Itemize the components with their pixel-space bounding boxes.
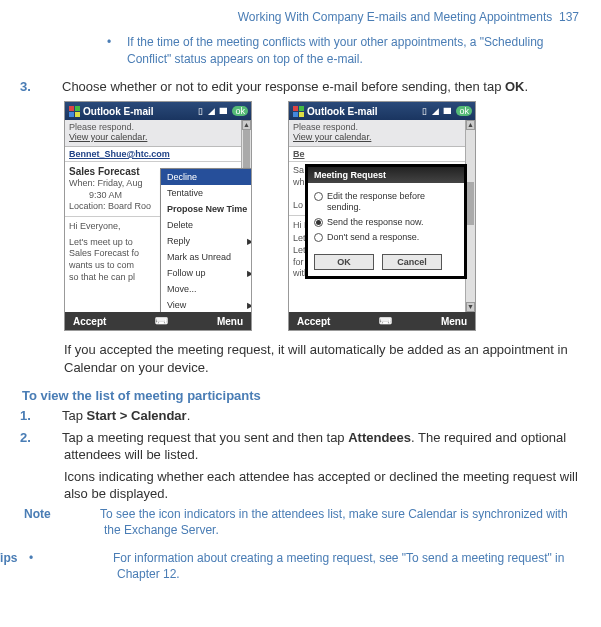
menu-view[interactable]: View▶ (161, 297, 251, 312)
windows-logo-icon (292, 105, 304, 117)
section-view-participants: To view the list of meeting participants (22, 388, 579, 403)
keyboard-icon[interactable]: ⌨ (379, 316, 392, 326)
step-text-end: . (525, 79, 529, 94)
menu-label: Move... (167, 284, 197, 294)
keyboard-icon[interactable]: ⌨ (155, 316, 168, 326)
bullet-icon: • (117, 34, 127, 51)
bullet-scheduling-conflict: •If the time of the meeting conflicts wi… (22, 34, 579, 68)
from-line: Be (289, 147, 475, 162)
radio-edit-before-sending[interactable]: Edit the response before sending. (314, 189, 458, 215)
page-header: Working With Company E-mails and Meeting… (22, 10, 579, 24)
step-1: 1.Tap Start > Calendar. (22, 407, 579, 425)
softkey-menu[interactable]: Menu (441, 316, 467, 327)
radio-send-now[interactable]: Send the response now. (314, 215, 458, 230)
ok-pill[interactable]: ok (456, 106, 472, 116)
radio-label: Send the response now. (327, 217, 424, 228)
phone-screenshot-2: Outlook E-mail ▯ ◢ ⯀ ok Please respond. … (288, 101, 476, 331)
banner-line2[interactable]: View your calendar. (293, 133, 471, 143)
radio-icon (314, 233, 323, 242)
status-icons: ▯ ◢ ⯀ (198, 106, 229, 116)
menu-propose-new-time[interactable]: Propose New Time (161, 201, 251, 217)
radio-icon (314, 218, 323, 227)
phone-body: Please respond. View your calendar. Be S… (289, 120, 475, 312)
submenu-arrow-icon: ▶ (247, 269, 251, 278)
page-number: 137 (559, 10, 579, 24)
softkey-menu[interactable]: Menu (217, 316, 243, 327)
scroll-down-icon[interactable]: ▼ (466, 302, 475, 312)
scrollbar[interactable]: ▲ ▼ (465, 120, 475, 312)
scroll-up-icon[interactable]: ▲ (466, 120, 475, 130)
menu-label: Follow up (167, 268, 206, 278)
step-number: 1. (42, 407, 62, 425)
step-text: Tap (62, 408, 87, 423)
submenu-arrow-icon: ▶ (247, 301, 251, 310)
meeting-request-dialog: Meeting Request Edit the response before… (307, 166, 465, 277)
radio-icon (314, 192, 323, 201)
menu-move[interactable]: Move... (161, 281, 251, 297)
status-icons: ▯ ◢ ⯀ (422, 106, 453, 116)
context-menu: Decline Tentative Propose New Time Delet… (160, 168, 251, 312)
menu-label: Tentative (167, 188, 203, 198)
menu-reply[interactable]: Reply▶ (161, 233, 251, 249)
step-bold: Start > Calendar (87, 408, 187, 423)
loc-val: Board Roo (108, 201, 151, 211)
respond-banner: Please respond. View your calendar. (65, 120, 251, 147)
softkey-accept[interactable]: Accept (73, 316, 106, 327)
phone-titlebar: Outlook E-mail ▯ ◢ ⯀ ok (65, 102, 251, 120)
menu-delete[interactable]: Delete (161, 217, 251, 233)
phone-title: Outlook E-mail (83, 106, 195, 117)
step-2: 2.Tap a meeting request that you sent an… (22, 429, 579, 464)
menu-mark-unread[interactable]: Mark as Unread (161, 249, 251, 265)
radio-label: Edit the response before sending. (327, 191, 458, 213)
respond-banner: Please respond. View your calendar. (289, 120, 475, 147)
tips-text: For information about creating a meeting… (113, 551, 564, 581)
loc-label: Location: (69, 201, 106, 211)
menu-follow-up[interactable]: Follow up▶ (161, 265, 251, 281)
menu-tentative[interactable]: Tentative (161, 185, 251, 201)
cancel-button[interactable]: Cancel (382, 254, 442, 270)
submenu-arrow-icon: ▶ (247, 237, 251, 246)
menu-label: Reply (167, 236, 190, 246)
windows-logo-icon (68, 105, 80, 117)
menu-decline[interactable]: Decline (161, 169, 251, 185)
para-icons: Icons indicating whether each attendee h… (22, 468, 579, 503)
phone-screenshot-1: Outlook E-mail ▯ ◢ ⯀ ok Please respond. … (64, 101, 252, 331)
step-ok: OK (505, 79, 525, 94)
scroll-track[interactable] (466, 130, 475, 302)
scroll-up-icon[interactable]: ▲ (242, 120, 251, 130)
note-text: To see the icon indicators in the attend… (100, 507, 568, 537)
menu-label: Propose New Time (167, 204, 247, 214)
screenshot-row: Outlook E-mail ▯ ◢ ⯀ ok Please respond. … (22, 101, 579, 331)
phone-soft-keys: Accept ⌨ Menu (65, 312, 251, 330)
bullet-icon: • (91, 550, 113, 566)
tips: Tips•For information about creating a me… (22, 550, 579, 582)
phone-soft-keys: Accept ⌨ Menu (289, 312, 475, 330)
radio-label: Don't send a response. (327, 232, 419, 243)
bullet-text: If the time of the meeting conflicts wit… (127, 35, 543, 66)
scroll-thumb[interactable] (467, 182, 474, 225)
step-text-end: . (187, 408, 191, 423)
phone-title: Outlook E-mail (307, 106, 419, 117)
dialog-title: Meeting Request (308, 167, 464, 183)
ok-pill[interactable]: ok (232, 106, 248, 116)
note-label: Note (64, 507, 100, 523)
dialog-body: Edit the response before sending. Send t… (308, 183, 464, 250)
from-line[interactable]: Bennet_Shue@htc.com (65, 147, 251, 162)
when-val: Friday, Aug (98, 178, 143, 188)
phone-titlebar: Outlook E-mail ▯ ◢ ⯀ ok (289, 102, 475, 120)
softkey-accept[interactable]: Accept (297, 316, 330, 327)
ok-button[interactable]: OK (314, 254, 374, 270)
menu-label: Mark as Unread (167, 252, 231, 262)
phone-body: Please respond. View your calendar. Benn… (65, 120, 251, 312)
header-title: Working With Company E-mails and Meeting… (238, 10, 553, 24)
step-number: 3. (42, 78, 62, 96)
radio-dont-send[interactable]: Don't send a response. (314, 230, 458, 245)
banner-line2[interactable]: View your calendar. (69, 133, 247, 143)
step-bold: Attendees (348, 430, 411, 445)
note: NoteTo see the icon indicators in the at… (22, 507, 579, 538)
menu-label: Delete (167, 220, 193, 230)
dialog-buttons: OK Cancel (308, 250, 464, 276)
step-text: Choose whether or not to edit your respo… (62, 79, 505, 94)
step-text: Tap a meeting request that you sent and … (62, 430, 348, 445)
menu-label: View (167, 300, 186, 310)
